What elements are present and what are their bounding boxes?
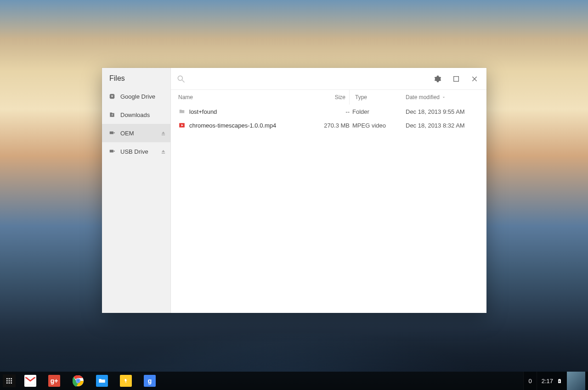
device-icon (108, 148, 116, 155)
app-launcher[interactable] (3, 374, 16, 387)
device-icon (108, 130, 116, 136)
file-size: -- (308, 108, 350, 115)
column-header-date[interactable]: Date modified (406, 90, 479, 105)
app-files[interactable] (96, 374, 108, 387)
svg-rect-2 (110, 150, 113, 153)
file-date: Dec 18, 2013 9:55 AM (406, 108, 479, 115)
app-google-search[interactable]: g (143, 374, 156, 387)
svg-rect-11 (6, 380, 8, 382)
svg-rect-0 (110, 132, 113, 134)
gsearch-glyph: g (144, 375, 156, 387)
app-keep[interactable] (119, 374, 132, 387)
notification-count[interactable]: 0 (523, 372, 536, 390)
gplus-glyph: g+ (48, 375, 60, 387)
sidebar-item-label: USB Drive (120, 148, 148, 155)
main-pane: Name Size Type Date modified lost+found … (171, 68, 486, 313)
system-tray: 0 2:17 (523, 372, 585, 390)
settings-button[interactable] (431, 72, 444, 85)
file-type: MPEG video (352, 122, 403, 129)
svg-rect-12 (9, 380, 10, 382)
toolbar (171, 68, 486, 90)
file-size: 270.3 MB (308, 122, 350, 129)
sidebar-item-oem[interactable]: OEM (102, 124, 170, 142)
column-header-name[interactable]: Name (178, 90, 305, 105)
column-header-label: Date modified (406, 94, 440, 100)
sidebar-item-usb-drive[interactable]: USB Drive (102, 142, 170, 161)
sort-indicator-icon (441, 95, 446, 100)
app-gmail[interactable] (24, 374, 37, 387)
svg-line-5 (182, 80, 185, 82)
window-title: Files (102, 68, 170, 87)
column-header-label: Size (335, 94, 345, 100)
svg-point-3 (114, 150, 115, 151)
shelf: g+ g 0 2:17 (0, 372, 588, 390)
column-header-label: Name (178, 94, 193, 100)
maximize-button[interactable] (450, 72, 463, 85)
app-google-plus[interactable]: g+ (48, 374, 61, 387)
svg-rect-16 (11, 382, 12, 384)
status-area[interactable]: 2:17 (537, 372, 567, 390)
search-icon[interactable] (176, 74, 186, 84)
battery-icon (557, 378, 562, 384)
svg-rect-9 (9, 378, 10, 379)
downloads-icon (108, 111, 116, 118)
svg-rect-13 (11, 380, 12, 382)
drive-icon (108, 93, 116, 100)
column-header-type[interactable]: Type (352, 90, 403, 105)
svg-point-1 (114, 132, 115, 133)
svg-rect-14 (6, 382, 8, 384)
file-row[interactable]: lost+found -- Folder Dec 18, 2013 9:55 A… (171, 105, 486, 118)
svg-rect-8 (6, 378, 8, 379)
file-date: Dec 18, 2013 8:32 AM (406, 122, 479, 129)
svg-rect-15 (9, 382, 10, 384)
column-header-label: Type (355, 94, 367, 100)
clock: 2:17 (542, 378, 553, 384)
user-avatar[interactable] (567, 372, 585, 390)
column-header-size[interactable]: Size (308, 90, 350, 105)
eject-icon[interactable] (160, 130, 166, 136)
svg-rect-6 (454, 76, 459, 81)
video-file-icon (178, 122, 186, 128)
svg-point-21 (77, 379, 79, 382)
sidebar-item-google-drive[interactable]: Google Drive (102, 87, 170, 106)
file-name: lost+found (189, 108, 217, 115)
notification-count-value: 0 (528, 378, 531, 384)
svg-rect-10 (11, 378, 12, 379)
desktop: Files Google Drive Downloads OEM (0, 0, 588, 390)
file-name: chromeos-timescapes-1.0.0.mp4 (189, 122, 276, 129)
file-row[interactable]: chromeos-timescapes-1.0.0.mp4 270.3 MB M… (171, 118, 486, 132)
eject-icon[interactable] (160, 149, 166, 154)
folder-icon (178, 108, 186, 115)
app-chrome[interactable] (72, 374, 85, 387)
close-button[interactable] (468, 72, 481, 85)
file-type: Folder (352, 108, 403, 115)
sidebar-item-downloads[interactable]: Downloads (102, 106, 170, 124)
files-window: Files Google Drive Downloads OEM (102, 68, 486, 313)
sidebar-item-label: Downloads (120, 111, 150, 118)
svg-point-4 (178, 76, 182, 80)
column-headers: Name Size Type Date modified (171, 90, 486, 105)
sidebar: Files Google Drive Downloads OEM (102, 68, 171, 313)
sidebar-item-label: OEM (120, 130, 134, 137)
sidebar-item-label: Google Drive (120, 93, 155, 100)
